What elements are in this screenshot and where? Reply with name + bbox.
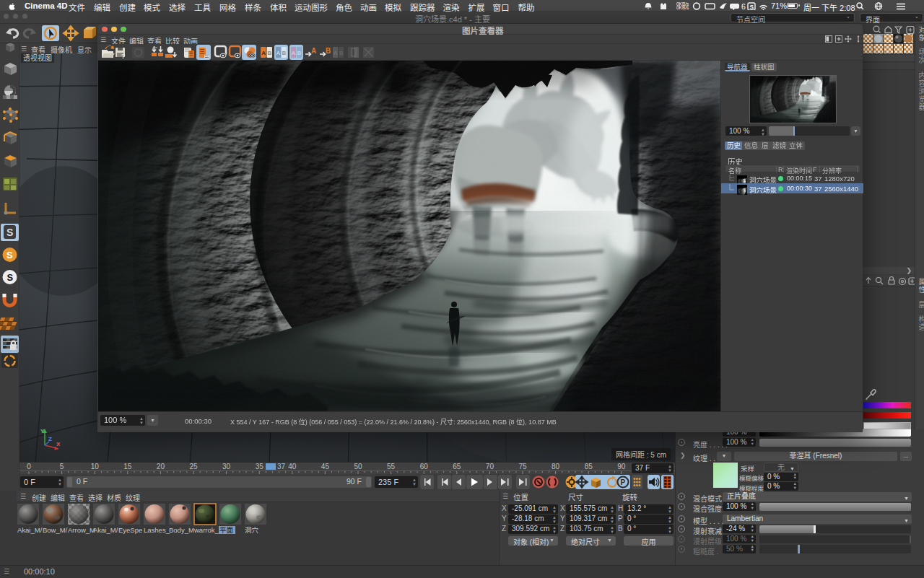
- svg-text:85: 85: [585, 463, 593, 470]
- svg-text:P: P: [621, 478, 626, 486]
- svg-text:平面: 平面: [219, 526, 233, 534]
- svg-text:15: 15: [123, 463, 132, 470]
- svg-text:30: 30: [222, 463, 231, 470]
- svg-text:35: 35: [256, 463, 264, 470]
- svg-text:Body_M: Body_M: [169, 526, 194, 534]
- svg-text:?: ?: [121, 53, 126, 60]
- svg-text:EyeSpe: EyeSpe: [118, 526, 142, 534]
- svg-text:S: S: [6, 227, 13, 238]
- svg-text:S: S: [6, 250, 13, 260]
- svg-text:20: 20: [157, 463, 165, 470]
- svg-text:A: A: [261, 50, 266, 56]
- svg-text:A: A: [292, 50, 296, 56]
- svg-text:6: 6: [741, 2, 746, 10]
- svg-text:60: 60: [420, 463, 429, 470]
- svg-text:40: 40: [288, 463, 297, 470]
- svg-text:10: 10: [91, 463, 100, 470]
- svg-text:洞穴: 洞穴: [245, 526, 259, 534]
- svg-text:A: A: [334, 50, 338, 56]
- svg-text:A: A: [311, 47, 316, 55]
- svg-text:Akai_M/: Akai_M/: [17, 526, 43, 534]
- svg-text:50: 50: [354, 463, 362, 470]
- svg-text:B: B: [282, 50, 286, 56]
- svg-text:45: 45: [321, 463, 330, 470]
- svg-text:80: 80: [552, 463, 560, 470]
- svg-text:Bow_M/: Bow_M/: [43, 526, 68, 534]
- svg-text:37: 37: [277, 463, 286, 470]
- svg-text:25: 25: [189, 463, 198, 470]
- svg-text:B: B: [297, 50, 301, 56]
- svg-text:S: S: [7, 272, 14, 283]
- svg-text:warrok_: warrok_: [193, 526, 219, 534]
- svg-text:Y: Y: [40, 428, 45, 434]
- svg-text:B: B: [268, 50, 272, 56]
- svg-text:65: 65: [453, 463, 461, 470]
- svg-text:A: A: [276, 50, 281, 56]
- svg-text:S: S: [750, 4, 754, 11]
- svg-text:B: B: [339, 50, 343, 56]
- svg-text:0: 0: [27, 463, 31, 470]
- svg-text:5: 5: [60, 463, 64, 470]
- svg-text:70: 70: [486, 463, 494, 470]
- svg-text:B: B: [326, 47, 331, 55]
- svg-text:Z: Z: [48, 436, 52, 442]
- svg-text:Arrow_M: Arrow_M: [68, 526, 95, 534]
- svg-text:Lashes_: Lashes_: [144, 526, 170, 534]
- svg-text:75: 75: [518, 463, 527, 470]
- svg-text:90: 90: [617, 463, 626, 470]
- svg-text:Akai_M/: Akai_M/: [93, 526, 118, 534]
- svg-text:55: 55: [387, 463, 396, 470]
- svg-text:X: X: [56, 441, 61, 447]
